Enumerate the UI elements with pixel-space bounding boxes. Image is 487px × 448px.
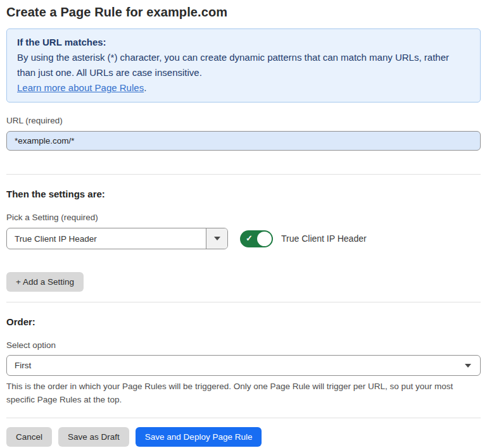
url-match-info-box: If the URL matches: By using the asteris… [6, 28, 481, 103]
setting-picker-arrow-button[interactable] [206, 228, 227, 249]
save-and-deploy-button[interactable]: Save and Deploy Page Rule [136, 427, 262, 447]
divider [6, 418, 481, 418]
add-setting-button[interactable]: + Add a Setting [6, 272, 84, 292]
url-input[interactable] [6, 131, 481, 151]
link-suffix: . [144, 82, 146, 93]
order-help-text: This is the order in which your Page Rul… [6, 380, 481, 406]
form-actions: Cancel Save as Draft Save and Deploy Pag… [6, 427, 481, 447]
url-field-label: URL (required) [6, 116, 481, 125]
order-select-label: Select option [6, 340, 481, 350]
info-box-body: By using the asterisk (*) character, you… [17, 50, 470, 80]
save-as-draft-button[interactable]: Save as Draft [58, 427, 129, 447]
learn-more-link[interactable]: Learn more about Page Rules [17, 82, 144, 93]
settings-section-heading: Then the settings are: [6, 189, 481, 199]
setting-picker-dropdown[interactable]: True Client IP Header [6, 228, 228, 249]
order-select-value: First [15, 361, 31, 370]
check-icon: ✓ [246, 234, 253, 242]
chevron-down-icon [214, 237, 220, 240]
info-box-heading: If the URL matches: [17, 35, 470, 50]
toggle-knob [257, 232, 272, 246]
pick-setting-label: Pick a Setting (required) [6, 213, 481, 222]
page-title: Create a Page Rule for example.com [6, 5, 481, 20]
divider [6, 174, 481, 175]
order-select-dropdown[interactable]: First [6, 355, 481, 376]
chevron-down-icon [465, 364, 471, 368]
cancel-button[interactable]: Cancel [6, 427, 52, 447]
order-section-heading: Order: [6, 316, 481, 327]
info-box-link-line: Learn more about Page Rules. [17, 80, 470, 96]
page-rule-form: Create a Page Rule for example.com If th… [0, 0, 487, 447]
divider [6, 302, 481, 302]
true-client-ip-toggle[interactable]: ✓ [240, 230, 273, 247]
setting-row: True Client IP Header ✓ True Client IP H… [6, 228, 481, 249]
toggle-label: True Client IP Header [281, 233, 367, 244]
setting-picker-value: True Client IP Header [7, 228, 206, 249]
